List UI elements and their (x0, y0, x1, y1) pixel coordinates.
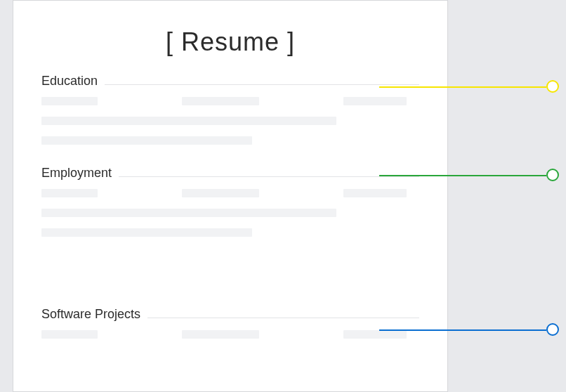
section-employment: Employment (41, 166, 419, 237)
document-page: [ Resume ] Education Employment So (13, 0, 448, 392)
placeholder-text (41, 136, 252, 145)
section-rule (119, 176, 419, 177)
placeholder-text (182, 330, 259, 339)
placeholder-text (41, 97, 98, 105)
placeholder-text (41, 117, 336, 125)
section-rule (105, 84, 419, 85)
callout-endpoint-icon (546, 169, 559, 181)
section-heading: Education (41, 74, 98, 89)
section-heading-row: Employment (41, 166, 419, 181)
section-heading-row: Education (41, 74, 419, 89)
placeholder-text (182, 189, 259, 197)
placeholder-text (343, 330, 407, 339)
placeholder-text (343, 97, 407, 105)
section-education: Education (41, 74, 419, 145)
placeholder-text (41, 228, 252, 237)
callout-endpoint-icon (546, 80, 559, 93)
placeholder-row (41, 330, 419, 339)
page-title: [ Resume ] (13, 27, 447, 57)
placeholder-text (343, 189, 407, 197)
placeholder-text (41, 330, 98, 339)
placeholder-text (41, 189, 98, 197)
section-rule (147, 318, 419, 318)
callout-endpoint-icon (546, 323, 559, 336)
placeholder-text (182, 97, 259, 105)
section-heading-row: Software Projects (41, 307, 419, 322)
placeholder-row (41, 189, 419, 197)
section-software-projects: Software Projects (41, 307, 419, 339)
placeholder-row (41, 97, 419, 105)
section-heading: Software Projects (41, 307, 140, 322)
section-heading: Employment (41, 166, 112, 181)
placeholder-text (41, 209, 336, 217)
